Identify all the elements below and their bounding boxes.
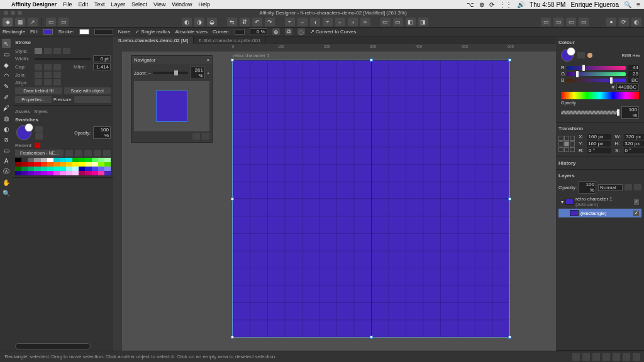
rotate-cw-icon[interactable]: ↷: [265, 18, 275, 26]
navigator-preview[interactable]: [134, 81, 209, 131]
swatch-cell[interactable]: [21, 158, 28, 162]
palette-opt[interactable]: [94, 150, 101, 156]
corner-value[interactable]: 0 %: [250, 28, 267, 35]
opacity-value[interactable]: 100 %: [621, 106, 639, 119]
traffic-lights[interactable]: [4, 11, 22, 15]
swap-colors-icon[interactable]: [35, 126, 43, 133]
navigator-panel[interactable]: Navigator× Zoom:−261 %+: [131, 55, 213, 143]
status-icon[interactable]: [613, 353, 620, 361]
width-slider[interactable]: [35, 58, 91, 60]
fill-swatch[interactable]: [43, 29, 53, 35]
palette-opt[interactable]: [65, 150, 73, 156]
toolbar-btn[interactable]: ▭: [566, 18, 576, 26]
chevron-down-icon[interactable]: ▾: [561, 199, 564, 205]
align-middle-icon[interactable]: ⫠: [335, 18, 345, 26]
swatch-cell[interactable]: [34, 162, 40, 167]
layer-row-artboard[interactable]: ▾retro character 1 (Artboard)✓: [558, 195, 641, 209]
swatch-cell[interactable]: [41, 171, 47, 175]
swatch-cell[interactable]: [72, 167, 79, 171]
swatch-cell[interactable]: [28, 167, 34, 171]
x-input[interactable]: 160 px: [587, 134, 611, 140]
style-solid[interactable]: [44, 48, 52, 54]
swatch-cell[interactable]: [47, 167, 53, 171]
swatch-cell[interactable]: [47, 162, 53, 167]
align-inside[interactable]: [44, 79, 52, 85]
palette-opt[interactable]: [84, 150, 92, 156]
artboard-label[interactable]: retro character 1: [233, 53, 270, 58]
picker-icon[interactable]: [35, 133, 43, 140]
swatch-cell[interactable]: [60, 167, 66, 171]
r-value[interactable]: 44: [628, 65, 639, 70]
corner-type[interactable]: [235, 29, 245, 35]
swatch-cell[interactable]: [53, 167, 60, 171]
opacity-slider[interactable]: [561, 111, 619, 114]
picker-icon[interactable]: [577, 52, 585, 58]
brush-tool-icon[interactable]: 🖌: [2, 103, 11, 112]
shape-tool-icon[interactable]: ▭: [2, 146, 11, 155]
hex-input[interactable]: 4428BC: [616, 84, 639, 90]
draw-behind-check[interactable]: Draw behind fill: [15, 87, 62, 94]
menu-edit[interactable]: Edit: [79, 1, 89, 8]
pen-tool-icon[interactable]: ✎: [2, 82, 11, 90]
join-mitre[interactable]: [35, 72, 42, 78]
layer-opt[interactable]: [625, 184, 632, 190]
swatch-cell[interactable]: [79, 167, 85, 171]
status-icon[interactable]: [592, 353, 600, 361]
r-input[interactable]: 0 °: [587, 148, 611, 153]
menu-layer[interactable]: Layer: [111, 1, 126, 8]
toolbar-btn[interactable]: ◧: [406, 18, 416, 26]
toolbar-btn[interactable]: ▭: [541, 18, 551, 26]
toolbar-btn[interactable]: ◒: [207, 18, 217, 26]
picked-colour[interactable]: [587, 53, 592, 58]
menu-file[interactable]: File: [63, 1, 72, 8]
scale-obj-check[interactable]: Scale with object: [64, 87, 111, 94]
search-input[interactable]: [15, 343, 91, 349]
swatch-cell[interactable]: [85, 158, 91, 162]
s-input[interactable]: 0 °: [624, 148, 644, 153]
palette-opt[interactable]: [75, 150, 82, 156]
rotate-ccw-icon[interactable]: ↶: [252, 18, 262, 26]
align-center-h-icon[interactable]: ⫠: [297, 18, 308, 26]
g-slider[interactable]: [567, 72, 626, 76]
swatch-cell[interactable]: [92, 158, 98, 162]
toolbar-btn[interactable]: ▭: [380, 18, 391, 26]
spotlight-icon[interactable]: 🔍: [624, 1, 631, 8]
status-icon[interactable]: [623, 353, 630, 361]
toolbar-btn[interactable]: ▭: [579, 18, 589, 26]
swatch-cell[interactable]: [21, 167, 28, 171]
palette-dropdown[interactable]: Frankentoon - NE...: [15, 150, 64, 156]
selection-handle[interactable]: [508, 197, 511, 200]
join-round[interactable]: [44, 72, 52, 78]
flip-h-icon[interactable]: ⇋: [227, 18, 237, 26]
align-bottom-icon[interactable]: ⫞: [348, 18, 358, 26]
swatch-cell[interactable]: [28, 171, 34, 175]
swatch-cell[interactable]: [98, 167, 104, 171]
toolbar-btn[interactable]: ⧉: [285, 28, 292, 35]
transparency-tool-icon[interactable]: ◐: [2, 124, 11, 133]
persona-designer-icon[interactable]: ◆: [3, 18, 13, 26]
swatch-cell[interactable]: [98, 171, 104, 175]
layer-opacity[interactable]: 100 %: [579, 181, 596, 194]
zoom-tool-icon[interactable]: 🔍: [2, 189, 11, 197]
selection-handle[interactable]: [231, 197, 234, 200]
swatch-cell[interactable]: [92, 162, 98, 167]
visibility-checkbox[interactable]: ✓: [634, 199, 639, 205]
tray-icon[interactable]: ⊕: [479, 1, 484, 8]
swatch-cell[interactable]: [15, 167, 21, 171]
account-icon[interactable]: ●: [606, 18, 616, 26]
anchor-grid[interactable]: [558, 136, 575, 152]
swatch-cell[interactable]: [92, 171, 98, 175]
ruler-horizontal[interactable]: 0100200300400500600: [122, 44, 556, 52]
colour-selector[interactable]: [561, 49, 574, 62]
toolbar-btn[interactable]: ◐: [182, 18, 192, 26]
selection-handle[interactable]: [231, 336, 234, 339]
selection-handle[interactable]: [370, 336, 373, 339]
align-top-icon[interactable]: ⫟: [323, 18, 333, 26]
canvas-area[interactable]: ft-retro-characters-demo-02 [M] ft-8bit-…: [113, 36, 556, 351]
toolbar-btn[interactable]: ▭: [58, 18, 69, 26]
swatch-cell[interactable]: [85, 162, 91, 167]
swatch-cell[interactable]: [21, 171, 28, 175]
swatch-cell[interactable]: [47, 171, 53, 175]
tray-icon[interactable]: ⟳: [489, 1, 494, 8]
swatch-cell[interactable]: [34, 171, 40, 175]
